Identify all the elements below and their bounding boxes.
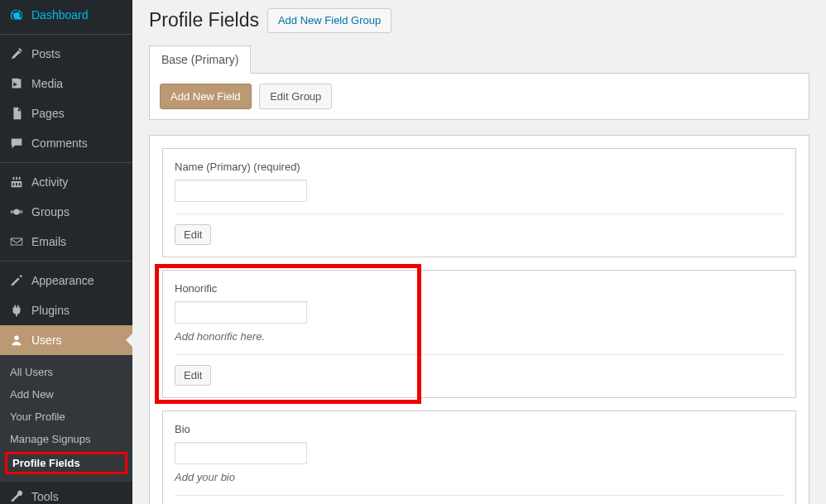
plugin-icon xyxy=(8,302,25,319)
edit-honorific-button[interactable]: Edit xyxy=(175,365,211,386)
sidebar-label-activity: Activity xyxy=(31,175,68,189)
sidebar-item-dashboard[interactable]: Dashboard xyxy=(0,0,132,30)
field-input-name[interactable] xyxy=(175,180,307,202)
field-card-bio: Bio Add your bio Edit xyxy=(162,410,796,504)
main-content: Profile Fields Add New Field Group Base … xyxy=(132,0,826,504)
field-card-name: Name (Primary) (required) Edit xyxy=(162,148,796,257)
field-desc-honorific: Add honorific here. xyxy=(175,330,784,343)
dashboard-icon xyxy=(8,7,25,23)
sidebar-item-tools[interactable]: Tools xyxy=(0,482,132,504)
sidebar-label-media: Media xyxy=(31,77,63,90)
fields-panel: Name (Primary) (required) Edit Honorific… xyxy=(149,135,809,504)
activity-icon xyxy=(8,174,25,190)
pin-icon xyxy=(8,46,25,62)
media-icon xyxy=(8,75,25,92)
sidebar-label-plugins: Plugins xyxy=(31,304,70,317)
comment-icon xyxy=(8,135,25,151)
edit-group-button[interactable]: Edit Group xyxy=(259,84,332,110)
edit-name-button[interactable]: Edit xyxy=(175,224,211,245)
sidebar-label-pages: Pages xyxy=(31,107,65,120)
tab-container: Base (Primary) xyxy=(149,46,809,74)
sidebar-item-users[interactable]: Users xyxy=(0,325,132,355)
groups-icon xyxy=(8,204,25,220)
sidebar-label-appearance: Appearance xyxy=(31,274,94,287)
sidebar-item-comments[interactable]: Comments xyxy=(0,128,132,158)
page-icon xyxy=(8,105,25,122)
sidebar-separator xyxy=(0,162,132,163)
sidebar-label-posts: Posts xyxy=(31,47,60,60)
sidebar-label-comments: Comments xyxy=(31,137,88,150)
sidebar-item-groups[interactable]: Groups xyxy=(0,197,132,227)
svg-point-0 xyxy=(13,209,19,214)
add-new-field-button[interactable]: Add New Field xyxy=(160,84,252,110)
sidebar-label-tools: Tools xyxy=(31,490,59,503)
field-desc-bio: Add your bio xyxy=(175,471,784,483)
users-submenu: All Users Add New Your Profile Manage Si… xyxy=(0,355,132,482)
submenu-profile-fields[interactable]: Profile Fields xyxy=(11,457,122,469)
tab-base-primary[interactable]: Base (Primary) xyxy=(149,46,251,74)
admin-sidebar: Dashboard Posts Media Pages Comments Act… xyxy=(0,0,132,504)
sidebar-item-activity[interactable]: Activity xyxy=(0,167,132,197)
field-label-honorific: Honorific xyxy=(175,282,784,295)
submenu-all-users[interactable]: All Users xyxy=(0,361,132,383)
tools-icon xyxy=(8,488,25,504)
field-input-honorific[interactable] xyxy=(175,301,307,324)
submenu-add-new[interactable]: Add New xyxy=(0,383,132,406)
email-icon xyxy=(8,233,25,250)
sidebar-item-posts[interactable]: Posts xyxy=(0,39,132,69)
page-heading: Profile Fields Add New Field Group xyxy=(149,8,809,33)
field-divider xyxy=(175,495,784,496)
sidebar-label-emails: Emails xyxy=(31,235,66,248)
page-title: Profile Fields xyxy=(149,9,259,31)
field-label-bio: Bio xyxy=(175,423,784,435)
field-label-name: Name (Primary) (required) xyxy=(175,161,784,173)
field-divider xyxy=(175,354,784,355)
sidebar-label-dashboard: Dashboard xyxy=(31,8,89,22)
sidebar-label-groups: Groups xyxy=(31,205,70,218)
add-new-field-group-button[interactable]: Add New Field Group xyxy=(267,8,391,33)
field-input-bio[interactable] xyxy=(175,442,307,464)
sidebar-item-appearance[interactable]: Appearance xyxy=(0,266,132,295)
user-icon xyxy=(8,332,25,348)
svg-point-2 xyxy=(19,210,23,214)
sidebar-label-users: Users xyxy=(31,334,62,347)
field-card-honorific: Honorific Add honorific here. Edit xyxy=(162,270,796,398)
field-divider xyxy=(175,214,784,214)
appearance-icon xyxy=(8,272,25,289)
toolbar-panel: Add New Field Edit Group xyxy=(149,74,809,121)
sidebar-separator xyxy=(0,261,132,262)
sidebar-separator xyxy=(0,34,132,35)
sidebar-item-pages[interactable]: Pages xyxy=(0,98,132,128)
submenu-your-profile[interactable]: Your Profile xyxy=(0,406,132,428)
sidebar-item-emails[interactable]: Emails xyxy=(0,227,132,257)
submenu-highlight: Profile Fields xyxy=(5,452,127,474)
submenu-manage-signups[interactable]: Manage Signups xyxy=(0,428,132,450)
svg-point-1 xyxy=(10,210,14,214)
sidebar-item-media[interactable]: Media xyxy=(0,69,132,98)
sidebar-item-plugins[interactable]: Plugins xyxy=(0,295,132,325)
